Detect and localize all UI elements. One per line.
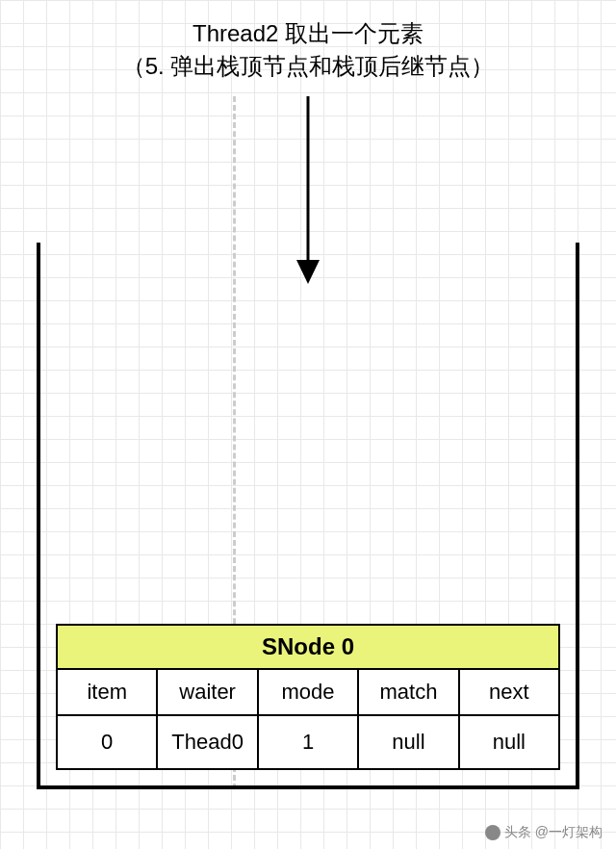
snode-value-item: 0 xyxy=(58,716,158,768)
stack-wall-right xyxy=(576,243,579,789)
snode-value-waiter: Thead0 xyxy=(158,716,258,768)
snode-values-row: 0 Thead0 1 null null xyxy=(58,716,558,768)
snode-title: SNode 0 xyxy=(58,626,558,670)
watermark-text: 头条 @一灯架构 xyxy=(504,824,603,841)
stack-wall-left xyxy=(37,243,40,789)
snode-label-waiter: waiter xyxy=(158,670,258,714)
snode-label-match: match xyxy=(359,670,459,714)
stack-container: SNode 0 item waiter mode match next 0 Th… xyxy=(37,243,579,789)
snode-label-mode: mode xyxy=(259,670,359,714)
stack-wall-bottom xyxy=(37,785,579,789)
title-line-2: （5. 弹出栈顶节点和栈顶后继节点） xyxy=(0,50,616,83)
snode-label-next: next xyxy=(460,670,558,714)
snode-value-match: null xyxy=(359,716,459,768)
snode-value-next: null xyxy=(460,716,558,768)
snode-table: SNode 0 item waiter mode match next 0 Th… xyxy=(56,624,560,770)
watermark: 头条 @一灯架构 xyxy=(485,824,603,841)
title-line-1: Thread2 取出一个元素 xyxy=(0,17,616,50)
snode-value-mode: 1 xyxy=(259,716,359,768)
diagram-title: Thread2 取出一个元素 （5. 弹出栈顶节点和栈顶后继节点） xyxy=(0,17,616,82)
snode-label-item: item xyxy=(58,670,158,714)
watermark-icon xyxy=(485,825,500,840)
snode-labels-row: item waiter mode match next xyxy=(58,670,558,716)
